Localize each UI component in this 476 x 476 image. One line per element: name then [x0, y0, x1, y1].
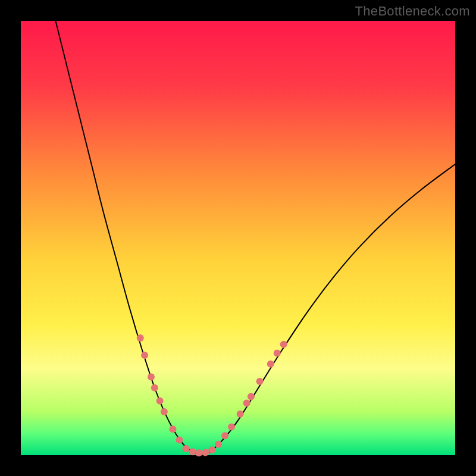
data-marker [176, 436, 183, 443]
chart-frame: TheBottleneck.com [0, 0, 476, 476]
bottleneck-chart [0, 0, 476, 476]
data-marker [202, 449, 209, 456]
data-marker [148, 374, 155, 381]
data-marker [189, 448, 196, 455]
data-marker [256, 378, 264, 385]
data-marker [182, 445, 189, 452]
data-marker [274, 349, 281, 356]
data-marker [221, 432, 228, 439]
data-marker [156, 397, 164, 405]
data-marker [228, 424, 235, 431]
plot-background [21, 21, 455, 455]
data-marker [170, 425, 177, 433]
watermark-text: TheBottleneck.com [355, 4, 470, 19]
data-marker [237, 411, 244, 418]
data-marker [208, 446, 215, 453]
data-marker [141, 352, 148, 359]
data-marker [243, 399, 250, 406]
data-marker [267, 361, 274, 368]
data-marker [137, 334, 144, 342]
data-marker [151, 384, 158, 392]
data-marker [195, 449, 202, 456]
data-marker [161, 408, 168, 415]
data-marker [248, 393, 255, 400]
data-marker [280, 341, 287, 348]
data-marker [215, 441, 222, 448]
